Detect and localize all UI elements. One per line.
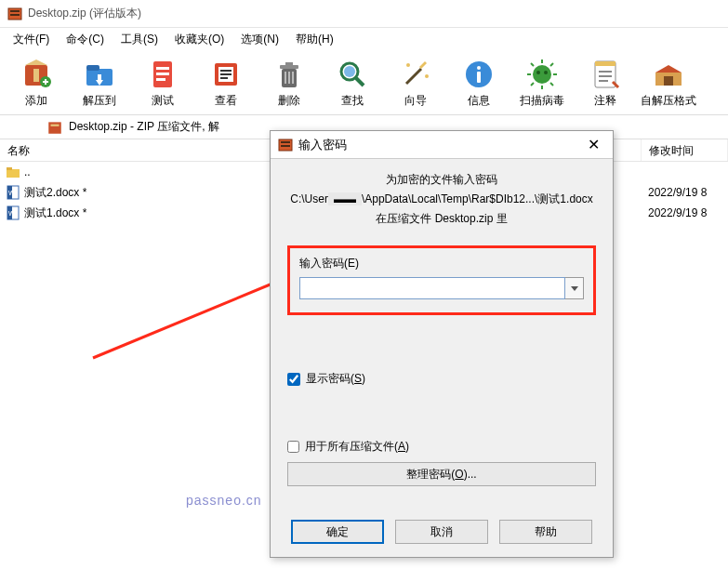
delete-button[interactable]: 删除 — [258, 54, 320, 112]
file-date: 2022/9/19 8 — [639, 186, 722, 199]
find-button[interactable]: 查找 — [322, 54, 383, 112]
svg-rect-21 — [288, 72, 290, 84]
comment-icon — [589, 58, 622, 91]
extract-to-button[interactable]: 解压到 — [69, 54, 130, 112]
file-date: 2022/9/19 8 — [639, 206, 722, 219]
manage-passwords-button[interactable]: 整理密码(O)... — [287, 462, 596, 486]
comment-button[interactable]: 注释 — [575, 54, 636, 112]
svg-point-34 — [536, 71, 540, 74]
trash-icon — [272, 58, 306, 91]
toolbar: 添加 解压到 测试 查看 删除 查找 向导 信息 扫描病毒 注释 自解压格式 — [0, 50, 728, 115]
folder-extract-icon — [83, 58, 116, 91]
dialog-body: 为加密的文件输入密码 C:\User▬▬\AppData\Local\Temp\… — [271, 159, 613, 510]
password-dialog: 输入密码 ✕ 为加密的文件输入密码 C:\User▬▬\AppData\Loca… — [270, 130, 614, 558]
close-button[interactable]: ✕ — [582, 136, 605, 153]
menu-help[interactable]: 帮助(H) — [288, 29, 341, 50]
svg-line-42 — [531, 83, 534, 86]
dialog-message-1: 为加密的文件输入密码 — [287, 172, 596, 188]
test-button[interactable]: 测试 — [132, 54, 193, 112]
ok-button[interactable]: 确定 — [291, 520, 384, 544]
archive-add-icon — [20, 58, 53, 91]
find-label: 查找 — [341, 93, 364, 109]
path-suffix: \AppData\Local\Temp\Rar$DIb12...\测试1.doc… — [362, 192, 593, 205]
svg-rect-2 — [10, 14, 20, 16]
svg-rect-46 — [599, 71, 612, 73]
svg-rect-66 — [281, 145, 290, 147]
svg-line-62 — [93, 279, 284, 358]
docx-icon: W — [6, 205, 20, 220]
view-button[interactable]: 查看 — [195, 54, 257, 112]
use-for-all-checkbox[interactable]: 用于所有压缩文件(A) — [287, 439, 596, 455]
info-icon — [462, 58, 496, 91]
menu-tools[interactable]: 工具(S) — [113, 29, 165, 50]
use-for-all-input[interactable] — [287, 441, 299, 453]
svg-point-29 — [425, 74, 429, 78]
help-button[interactable]: 帮助 — [499, 520, 592, 544]
cancel-button[interactable]: 取消 — [395, 520, 488, 544]
svg-point-31 — [477, 66, 481, 70]
chevron-down-icon — [571, 286, 578, 291]
wizard-button[interactable]: 向导 — [385, 54, 446, 112]
password-input-group: 输入密码(E) — [287, 245, 596, 315]
folder-up-icon — [6, 165, 20, 179]
svg-rect-51 — [664, 76, 673, 86]
column-modified[interactable]: 修改时间 — [642, 139, 728, 161]
svg-rect-55 — [7, 167, 12, 170]
view-icon — [209, 58, 243, 91]
wizard-icon — [399, 58, 432, 91]
svg-rect-15 — [220, 73, 232, 75]
svg-marker-27 — [419, 61, 427, 69]
use-for-all-label: 用于所有压缩文件(A) — [305, 439, 409, 455]
menu-favorites[interactable]: 收藏夹(O) — [167, 29, 232, 50]
password-input[interactable] — [299, 277, 565, 299]
show-password-label: 显示密码(S) — [306, 371, 365, 387]
svg-point-24 — [344, 66, 355, 77]
sfx-label: 自解压格式 — [641, 93, 696, 109]
dialog-message-3: 在压缩文件 Desktop.zip 里 — [287, 211, 596, 227]
svg-rect-22 — [292, 72, 294, 84]
svg-rect-11 — [156, 78, 165, 81]
path-text[interactable]: Desktop.zip - ZIP 压缩文件, 解 — [69, 119, 219, 135]
scan-button[interactable]: 扫描病毒 — [511, 54, 573, 112]
svg-point-35 — [544, 71, 548, 74]
test-label: 测试 — [152, 93, 174, 109]
dialog-message-2: C:\User▬▬\AppData\Local\Temp\Rar$DIb12..… — [287, 192, 596, 207]
archive-icon[interactable] — [46, 119, 63, 136]
svg-rect-20 — [285, 72, 286, 84]
svg-rect-10 — [156, 73, 169, 75]
svg-marker-67 — [571, 286, 578, 291]
annotation-arrow — [88, 270, 298, 363]
docx-icon: W — [6, 185, 20, 200]
password-dropdown-button[interactable] — [565, 277, 584, 299]
test-icon — [146, 58, 179, 91]
wizard-label: 向导 — [404, 93, 427, 109]
sfx-button[interactable]: 自解压格式 — [638, 54, 699, 112]
svg-text:W: W — [8, 210, 15, 217]
svg-point-33 — [533, 65, 551, 84]
menu-file[interactable]: 文件(F) — [6, 29, 57, 50]
show-password-input[interactable] — [287, 373, 300, 386]
info-button[interactable]: 信息 — [448, 54, 510, 112]
app-icon — [278, 138, 293, 152]
virus-scan-icon — [525, 58, 559, 91]
scan-label: 扫描病毒 — [520, 93, 564, 109]
app-icon — [7, 7, 22, 21]
svg-rect-52 — [48, 122, 61, 133]
svg-rect-19 — [285, 62, 293, 66]
show-password-checkbox[interactable]: 显示密码(S) — [287, 371, 596, 387]
dialog-titlebar[interactable]: 输入密码 ✕ — [271, 131, 613, 159]
menu-options[interactable]: 选项(N) — [233, 29, 286, 50]
svg-line-40 — [531, 63, 534, 66]
path-prefix: C:\User — [290, 192, 328, 205]
dialog-buttons: 确定 取消 帮助 — [271, 510, 613, 557]
window-title: Desktop.zip (评估版本) — [28, 6, 141, 21]
svg-point-28 — [406, 63, 410, 67]
add-button[interactable]: 添加 — [6, 54, 67, 112]
svg-rect-9 — [156, 67, 169, 70]
menu-command[interactable]: 命令(C) — [59, 29, 112, 50]
dialog-title: 输入密码 — [298, 137, 582, 153]
svg-rect-45 — [595, 61, 615, 66]
svg-rect-54 — [7, 169, 20, 178]
svg-line-43 — [550, 83, 553, 86]
svg-rect-48 — [599, 80, 608, 82]
